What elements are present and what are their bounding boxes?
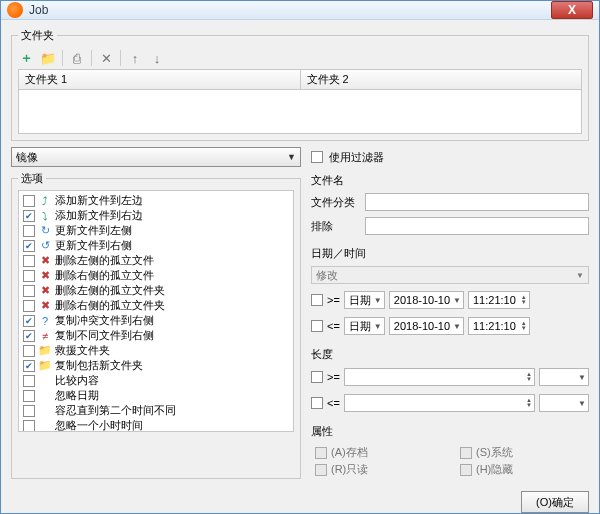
close-button[interactable]: X [551,1,593,19]
datetime-mode-combo[interactable]: 修改 ▼ [311,266,589,284]
toolbar-separator [62,50,63,66]
use-filter-row: 使用过滤器 [311,147,589,167]
exclude-row: 排除 [311,216,589,236]
length-lte-unit[interactable]: ▼ [539,394,589,412]
option-row[interactable]: ✖删除左侧的孤立文件夹 [19,283,293,298]
open-folder-icon[interactable]: 📁 [40,50,56,66]
option-checkbox[interactable] [23,420,35,432]
option-row[interactable]: ↻更新文件到左侧 [19,223,293,238]
options-list[interactable]: ⤴添加新文件到左边⤵添加新文件到右边↻更新文件到左侧↺更新文件到右侧✖删除左侧的… [18,190,294,432]
attr-system-check[interactable] [460,447,472,459]
length-lte-checkbox[interactable] [311,397,323,409]
option-checkbox[interactable] [23,405,35,417]
length-gte-label: >= [327,371,340,383]
chevron-down-icon: ▼ [287,152,296,162]
date-lte-time[interactable]: 11:21:10▲▼ [468,317,530,335]
print-icon[interactable]: ⎙ [69,50,85,66]
use-filter-checkbox[interactable] [311,151,323,163]
spinner-icon: ▲▼ [521,321,527,331]
option-checkbox[interactable] [23,240,35,252]
option-row[interactable]: ✖删除右侧的孤立文件 [19,268,293,283]
date-gte-date[interactable]: 2018-10-10▼ [389,291,464,309]
move-down-icon[interactable]: ↓ [149,50,165,66]
option-checkbox[interactable] [23,255,35,267]
mode-combo-value: 镜像 [16,150,38,165]
option-row[interactable]: ⤵添加新文件到右边 [19,208,293,223]
option-checkbox[interactable] [23,330,35,342]
exclude-input[interactable] [365,217,589,235]
option-row[interactable]: ≠复制不同文件到右侧 [19,328,293,343]
attributes-grid: (A)存档 (S)系统 (R)只读 (H)隐藏 [311,443,589,479]
length-gte-unit[interactable]: ▼ [539,368,589,386]
length-lte-input[interactable]: ▲▼ [344,394,535,412]
option-row[interactable]: 比较内容 [19,373,293,388]
date-gte-type[interactable]: 日期▼ [344,291,385,309]
attr-hidden: (H)隐藏 [460,462,585,477]
ok-button[interactable]: (O)确定 [521,491,589,513]
date-gte-time[interactable]: 11:21:10▲▼ [468,291,530,309]
window-title: Job [29,3,551,17]
option-icon: ✖ [38,284,52,298]
folder-list[interactable] [18,90,582,134]
folder-col-2[interactable]: 文件夹 2 [301,70,582,89]
option-checkbox[interactable] [23,210,35,222]
attr-readonly: (R)只读 [315,462,440,477]
option-row[interactable]: ⤴添加新文件到左边 [19,193,293,208]
date-lte-date[interactable]: 2018-10-10▼ [389,317,464,335]
option-row[interactable]: ?复制冲突文件到右侧 [19,313,293,328]
toolbar-separator [91,50,92,66]
chevron-down-icon: ▼ [578,373,586,382]
option-checkbox[interactable] [23,300,35,312]
option-checkbox[interactable] [23,360,35,372]
move-up-icon[interactable]: ↑ [127,50,143,66]
delete-icon[interactable]: ✕ [98,50,114,66]
option-icon [38,389,52,403]
option-checkbox[interactable] [23,390,35,402]
right-panel: 使用过滤器 文件名 文件分类 排除 日期／时间 修改 ▼ [311,147,589,479]
file-category-input[interactable] [365,193,589,211]
option-icon: 📁 [38,359,52,373]
date-lte-checkbox[interactable] [311,320,323,332]
datetime-mode-value: 修改 [316,268,576,283]
option-checkbox[interactable] [23,315,35,327]
option-row[interactable]: 忽略日期 [19,388,293,403]
option-row[interactable]: 容忍直到第二个时间不同 [19,403,293,418]
date-gte-checkbox[interactable] [311,294,323,306]
option-label: 容忍直到第二个时间不同 [55,403,176,418]
option-row[interactable]: 📁复制包括新文件夹 [19,358,293,373]
spinner-icon: ▲▼ [526,398,532,408]
option-label: 救援文件夹 [55,343,110,358]
add-folder-icon[interactable]: ＋ [18,50,34,66]
option-checkbox[interactable] [23,195,35,207]
folder-col-1[interactable]: 文件夹 1 [19,70,301,89]
length-gte-input[interactable]: ▲▼ [344,368,535,386]
option-label: 添加新文件到右边 [55,208,143,223]
option-checkbox[interactable] [23,225,35,237]
option-row[interactable]: ✖删除右侧的孤立文件夹 [19,298,293,313]
date-lte-type[interactable]: 日期▼ [344,317,385,335]
option-label: 删除右侧的孤立文件 [55,268,154,283]
attr-hidden-check[interactable] [460,464,472,476]
option-row[interactable]: 📁救援文件夹 [19,343,293,358]
file-category-row: 文件分类 [311,192,589,212]
content-area: 文件夹 ＋ 📁 ⎙ ✕ ↑ ↓ 文件夹 1 文件夹 2 镜像 [1,20,599,487]
attr-readonly-check[interactable] [315,464,327,476]
option-checkbox[interactable] [23,285,35,297]
length-gte-checkbox[interactable] [311,371,323,383]
length-section-title: 长度 [311,347,589,362]
attr-archive-check[interactable] [315,447,327,459]
option-row[interactable]: 忽略一个小时时间 [19,418,293,432]
option-checkbox[interactable] [23,375,35,387]
option-row[interactable]: ✖删除左侧的孤立文件 [19,253,293,268]
option-row[interactable]: ↺更新文件到右侧 [19,238,293,253]
app-icon [7,2,23,18]
option-checkbox[interactable] [23,345,35,357]
date-gte-label: >= [327,294,340,306]
chevron-down-icon: ▼ [453,322,461,331]
option-checkbox[interactable] [23,270,35,282]
option-label: 忽略一个小时时间 [55,418,143,432]
option-icon: ✖ [38,254,52,268]
options-group: 选项 ⤴添加新文件到左边⤵添加新文件到右边↻更新文件到左侧↺更新文件到右侧✖删除… [11,171,301,479]
mode-combo[interactable]: 镜像 ▼ [11,147,301,167]
date-lte-row: <= 日期▼ 2018-10-10▼ 11:21:10▲▼ [311,315,589,337]
